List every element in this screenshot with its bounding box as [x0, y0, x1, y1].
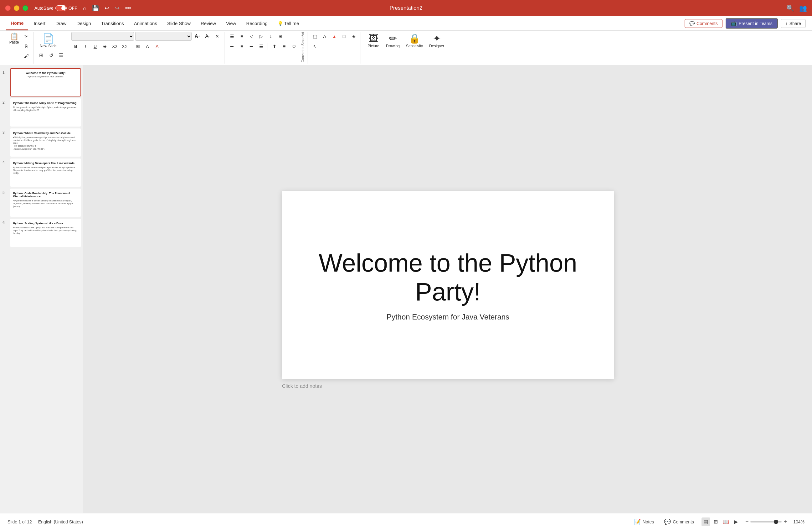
subscript-button[interactable]: X2	[110, 42, 119, 51]
align-left-button[interactable]: ⬅	[228, 42, 236, 51]
search-icon[interactable]: 🔍	[786, 4, 794, 12]
home-icon[interactable]: ⌂	[83, 5, 86, 12]
slide-main-subtitle[interactable]: Python Ecosystem for Java Veterans	[387, 312, 509, 321]
present-in-teams-button[interactable]: 📺 Present in Teams	[726, 18, 778, 28]
zoom-out-button[interactable]: −	[745, 518, 749, 525]
tab-draw[interactable]: Draw	[51, 16, 71, 30]
align-text-button[interactable]: ≡	[280, 42, 289, 51]
indent-decrease-button[interactable]: ◁	[247, 32, 256, 41]
decrease-font-button[interactable]: A-	[203, 32, 212, 41]
minimize-button[interactable]	[14, 5, 19, 11]
save-icon[interactable]: 💾	[92, 5, 99, 12]
slide-sorter-button[interactable]: ⊞	[711, 517, 720, 526]
paste-button[interactable]: 📋 Paste	[6, 32, 22, 64]
new-slide-button[interactable]: 📄 New Slide	[37, 32, 60, 50]
sensitivity-button[interactable]: 🔒 Sensitivity	[403, 32, 426, 64]
drawing-icon: ✏	[389, 34, 397, 43]
text-direction-button[interactable]: ⬆	[270, 42, 279, 51]
highlight-button[interactable]: A	[143, 42, 152, 51]
undo-icon[interactable]: ↩	[104, 5, 109, 12]
justify-button[interactable]: ☰	[257, 42, 265, 51]
slide-preview-4[interactable]: Python: Making Developers Feel Like Wiza…	[10, 158, 81, 187]
window-title: Presentation2	[390, 5, 423, 11]
maximize-button[interactable]	[23, 5, 28, 11]
tab-animations[interactable]: Animations	[130, 16, 161, 30]
reading-view-button[interactable]: 📖	[722, 517, 730, 526]
zoom-in-button[interactable]: +	[784, 518, 787, 525]
comments-button[interactable]: 💬 Comments	[685, 19, 723, 28]
slide-thumb-6[interactable]: 6 Python: Scaling Systems Like a Boss Py…	[2, 219, 81, 247]
quick-styles-button[interactable]: A	[320, 32, 329, 41]
numbering-button[interactable]: ≡	[237, 32, 246, 41]
underline-button[interactable]: U	[91, 42, 100, 51]
slide-preview-2[interactable]: Python: The Swiss Army Knife of Programm…	[10, 98, 81, 127]
copy-button[interactable]: ⎘	[22, 42, 31, 51]
tab-insert[interactable]: Insert	[29, 16, 50, 30]
italic-button[interactable]: I	[81, 42, 90, 51]
slide-preview-5[interactable]: Python: Code Readability: The Fountain o…	[10, 189, 81, 217]
sensitivity-icon: 🔒	[409, 34, 420, 43]
superscript-button[interactable]: X2	[120, 42, 129, 51]
close-button[interactable]	[5, 5, 11, 11]
tab-recording[interactable]: Recording	[242, 16, 272, 30]
designer-button[interactable]: ✦ Designer	[426, 32, 447, 64]
drawing-button[interactable]: ✏ Drawing	[383, 32, 403, 64]
increase-font-button[interactable]: A+	[193, 32, 202, 41]
reset-button[interactable]: ↺	[47, 51, 55, 59]
tab-transitions[interactable]: Transitions	[97, 16, 128, 30]
convert-smartart-button[interactable]: ⬡	[290, 42, 298, 51]
slide-thumb-4[interactable]: 4 Python: Making Developers Feel Like Wi…	[2, 158, 81, 187]
comments-status-button[interactable]: 💬 Comments	[662, 517, 696, 527]
normal-view-button[interactable]: ▤	[701, 517, 710, 526]
shadow-button[interactable]: S⃝	[133, 42, 142, 51]
slideshow-view-button[interactable]: ▶	[731, 517, 740, 526]
slide-preview-3[interactable]: Python: Where Readability and Zen Collid…	[10, 128, 81, 157]
bold-button[interactable]: B	[71, 42, 80, 51]
slide-thumb-5[interactable]: 5 Python: Code Readability: The Fountain…	[2, 189, 81, 217]
slide-main-title[interactable]: Welcome to the Python Party!	[282, 249, 614, 306]
shape-outline-button[interactable]: □	[339, 32, 348, 41]
autosave-toggle[interactable]	[55, 5, 67, 11]
font-color-button[interactable]: A	[153, 42, 161, 51]
zoom-slider[interactable]	[750, 521, 782, 522]
notes-placeholder[interactable]: Click to add notes	[282, 383, 322, 389]
format-painter-button[interactable]: 🖌	[22, 52, 31, 61]
tab-view[interactable]: View	[222, 16, 241, 30]
more-icon[interactable]: •••	[125, 5, 131, 12]
bullets-button[interactable]: ☰	[228, 32, 236, 41]
slide-preview-6[interactable]: Python: Scaling Systems Like a Boss Pyth…	[10, 219, 81, 247]
slide-thumb-2[interactable]: 2 Python: The Swiss Army Knife of Progra…	[2, 98, 81, 127]
slide-thumb-1[interactable]: 1 Welcome to the Python Party! Python Ec…	[2, 68, 81, 97]
indent-increase-button[interactable]: ▷	[257, 32, 265, 41]
notes-button[interactable]: 📝 Notes	[632, 517, 657, 527]
picture-button[interactable]: 🖼 Picture	[364, 32, 383, 64]
redo-icon[interactable]: ↪	[115, 5, 119, 12]
slide-preview-1[interactable]: Welcome to the Python Party! Python Ecos…	[10, 68, 81, 97]
share-people-icon[interactable]: 👥	[799, 4, 807, 12]
align-center-button[interactable]: ≡	[237, 42, 246, 51]
arrange-button[interactable]: ⬚	[310, 32, 319, 41]
tab-design[interactable]: Design	[72, 16, 96, 30]
section-button[interactable]: ☰	[57, 51, 66, 59]
font-family-select[interactable]	[71, 32, 134, 41]
shape-fill-button[interactable]: ▲	[330, 32, 339, 41]
tab-tell-me[interactable]: 💡 Tell me	[273, 16, 304, 30]
ribbon: Home Insert Draw Design Transitions Anim…	[0, 16, 812, 65]
share-button[interactable]: ↑ Share	[781, 19, 806, 28]
slide-thumb-3[interactable]: 3 Python: Where Readability and Zen Coll…	[2, 128, 81, 157]
tab-review[interactable]: Review	[196, 16, 220, 30]
font-size-select[interactable]	[135, 32, 192, 41]
line-spacing-button[interactable]: ↕	[266, 32, 275, 41]
align-right-button[interactable]: ➡	[247, 42, 256, 51]
slide-canvas[interactable]: Welcome to the Python Party! Python Ecos…	[282, 191, 614, 379]
tab-home[interactable]: Home	[6, 16, 28, 30]
tab-slideshow[interactable]: Slide Show	[163, 16, 195, 30]
layout-button[interactable]: ⊞	[37, 51, 45, 59]
cut-button[interactable]: ✂	[22, 32, 31, 41]
select-button[interactable]: ↖	[310, 42, 319, 51]
clear-format-button[interactable]: ✕	[213, 32, 222, 41]
columns-button[interactable]: ⊞	[276, 32, 285, 41]
teams-icon: 📺	[730, 20, 737, 26]
shape-effects-button[interactable]: ◈	[349, 32, 358, 41]
strikethrough-button[interactable]: S	[101, 42, 109, 51]
